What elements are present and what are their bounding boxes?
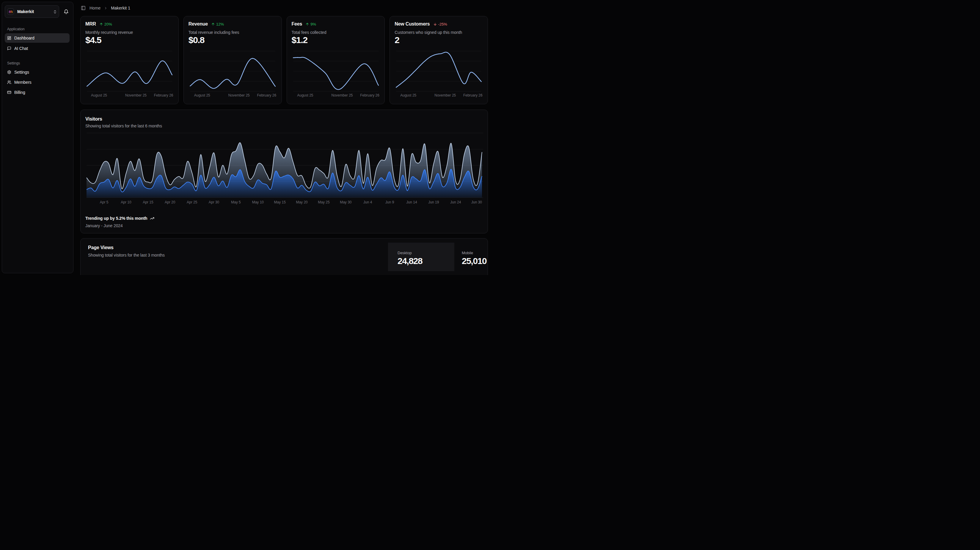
desktop-stat-label: Desktop bbox=[398, 250, 412, 255]
users-icon bbox=[7, 80, 11, 84]
stat-card-revenue: Revenue 12% Total revenue including fees… bbox=[183, 16, 282, 104]
stat-card-mrr: MRR 20% Monthly recurring revenue $4.5 A… bbox=[80, 16, 179, 104]
page-views-mobile-toggle[interactable]: Mobile 25,010 bbox=[452, 243, 488, 271]
sidebar-item-label: Dashboard bbox=[14, 36, 35, 40]
page-views-desktop-toggle[interactable]: Desktop 24,828 bbox=[388, 243, 454, 271]
stat-card-title: New Customers bbox=[395, 21, 430, 27]
arrow-up-icon bbox=[305, 22, 309, 26]
breadcrumb: Home Makerkit 1 bbox=[89, 6, 130, 10]
sidebar-group-label-application: Application bbox=[7, 27, 25, 31]
breadcrumb-home-link[interactable]: Home bbox=[89, 6, 100, 10]
stat-card-header: Revenue 12% bbox=[189, 21, 224, 27]
visitors-x-tick: May 5 bbox=[231, 200, 241, 204]
x-tick-label: February 26 bbox=[360, 93, 379, 97]
stat-card-description: Total revenue including fees bbox=[189, 29, 239, 35]
gear-icon bbox=[7, 70, 11, 74]
stat-card-delta-badge: 12% bbox=[211, 22, 224, 27]
stat-card-delta: 9% bbox=[310, 22, 316, 27]
x-tick-label: August 25 bbox=[297, 93, 313, 97]
visitors-x-tick: Jun 14 bbox=[406, 200, 417, 204]
x-tick-label: February 26 bbox=[463, 93, 482, 97]
visitors-card: Visitors Showing total visitors for the … bbox=[80, 109, 488, 233]
stat-card-header: New Customers -25% bbox=[395, 21, 447, 27]
stat-cards-row: MRR 20% Monthly recurring revenue $4.5 A… bbox=[80, 16, 488, 104]
sidebar-toggle-button[interactable] bbox=[81, 6, 86, 10]
desktop-stat-value: 24,828 bbox=[398, 256, 422, 266]
visitors-x-tick: May 20 bbox=[296, 200, 307, 204]
chevron-right-icon bbox=[104, 6, 108, 10]
stat-card-fees: Fees 9% Total fees collected $1.2 August… bbox=[286, 16, 385, 104]
sidebar-header: m Makerkit bbox=[2, 2, 73, 21]
page-views-title: Page Views bbox=[88, 245, 114, 250]
stat-card-delta-badge: 9% bbox=[305, 22, 316, 27]
visitors-x-tick: May 10 bbox=[252, 200, 264, 204]
visitors-area-chart[interactable] bbox=[81, 110, 488, 233]
stat-card-value: 2 bbox=[395, 35, 399, 46]
makerkit-logo: m bbox=[8, 8, 14, 15]
x-tick-label: November 25 bbox=[331, 93, 353, 97]
sidebar-item-settings[interactable]: Settings bbox=[5, 67, 70, 77]
x-tick-label: November 25 bbox=[228, 93, 250, 97]
x-tick-label: February 26 bbox=[154, 93, 173, 97]
x-tick-label: February 26 bbox=[257, 93, 276, 97]
notifications-button[interactable] bbox=[61, 7, 71, 16]
visitors-x-tick: Jun 4 bbox=[363, 200, 372, 204]
stat-card-title: Fees bbox=[292, 21, 302, 27]
arrow-down-icon bbox=[433, 22, 437, 26]
topbar: Home Makerkit 1 bbox=[80, 0, 488, 16]
visitors-footer-period: January - June 2024 bbox=[85, 223, 123, 228]
breadcrumb-current-page: Makerkit 1 bbox=[111, 6, 130, 10]
visitors-x-tick: May 25 bbox=[318, 200, 329, 204]
stat-card-delta-badge: 20% bbox=[99, 22, 112, 27]
visitors-x-tick: Jun 24 bbox=[450, 200, 461, 204]
main-content: Home Makerkit 1 MRR 20% Monthly recurrin… bbox=[80, 0, 488, 275]
x-tick-label: November 25 bbox=[125, 93, 146, 97]
stat-card-description: Total fees collected bbox=[292, 29, 326, 35]
stat-card-new-customers: New Customers -25% Customers who signed … bbox=[390, 16, 488, 104]
trending-up-icon bbox=[150, 216, 154, 221]
sidebar-item-label: Settings bbox=[14, 70, 29, 74]
mobile-stat-label: Mobile bbox=[462, 250, 473, 255]
sidebar-item-label: Members bbox=[14, 80, 32, 85]
x-tick-label: August 25 bbox=[400, 93, 416, 97]
credit-card-icon bbox=[7, 90, 11, 94]
visitors-x-tick: May 30 bbox=[340, 200, 352, 204]
sidebar-item-label: AI Chat bbox=[14, 46, 28, 51]
sidebar-group-label-settings: Settings bbox=[7, 61, 20, 65]
visitors-x-tick: Jun 9 bbox=[385, 200, 394, 204]
stat-card-description: Customers who signed up this month bbox=[395, 29, 462, 35]
panel-left-icon bbox=[81, 6, 86, 10]
visitors-title: Visitors bbox=[85, 116, 102, 122]
x-tick-label: November 25 bbox=[434, 93, 456, 97]
visitors-x-tick: Apr 5 bbox=[100, 200, 108, 204]
arrow-up-icon bbox=[211, 22, 215, 26]
sidebar-item-dashboard[interactable]: Dashboard bbox=[5, 33, 70, 43]
sidebar-item-billing[interactable]: Billing bbox=[5, 87, 70, 97]
bell-icon bbox=[64, 9, 69, 14]
arrow-up-icon bbox=[99, 22, 103, 26]
workspace-selector[interactable]: m Makerkit bbox=[5, 5, 59, 18]
stat-card-description: Monthly recurring revenue bbox=[85, 29, 133, 35]
page-views-subtitle: Showing total visitors for the last 3 mo… bbox=[88, 253, 165, 257]
visitors-x-tick: Apr 15 bbox=[143, 200, 153, 204]
chevrons-up-down-icon bbox=[53, 10, 57, 14]
sidebar-item-members[interactable]: Members bbox=[5, 78, 70, 87]
layout-dashboard-icon bbox=[7, 36, 11, 40]
stat-card-header: Fees 9% bbox=[292, 21, 316, 27]
visitors-x-tick: Jun 30 bbox=[471, 200, 482, 204]
stat-card-value: $1.2 bbox=[292, 35, 308, 46]
visitors-x-tick: Apr 10 bbox=[121, 200, 131, 204]
stat-card-delta: -25% bbox=[438, 22, 447, 27]
sidebar-item-ai-chat[interactable]: AI Chat bbox=[5, 44, 70, 53]
visitors-x-tick: Jun 19 bbox=[428, 200, 439, 204]
x-tick-label: August 25 bbox=[91, 93, 107, 97]
visitors-subtitle: Showing total visitors for the last 6 mo… bbox=[85, 124, 162, 128]
visitors-x-tick: May 15 bbox=[274, 200, 286, 204]
sidebar: m Makerkit Application Dashboard AI Chat… bbox=[2, 2, 73, 273]
stat-card-delta: 12% bbox=[216, 22, 224, 27]
stat-card-header: MRR 20% bbox=[85, 21, 112, 27]
visitors-x-tick: Apr 25 bbox=[187, 200, 197, 204]
mobile-stat-value: 25,010 bbox=[462, 256, 487, 266]
stat-card-delta: 20% bbox=[104, 22, 112, 27]
visitors-footer-headline: Trending up by 5.2% this month bbox=[85, 216, 154, 221]
